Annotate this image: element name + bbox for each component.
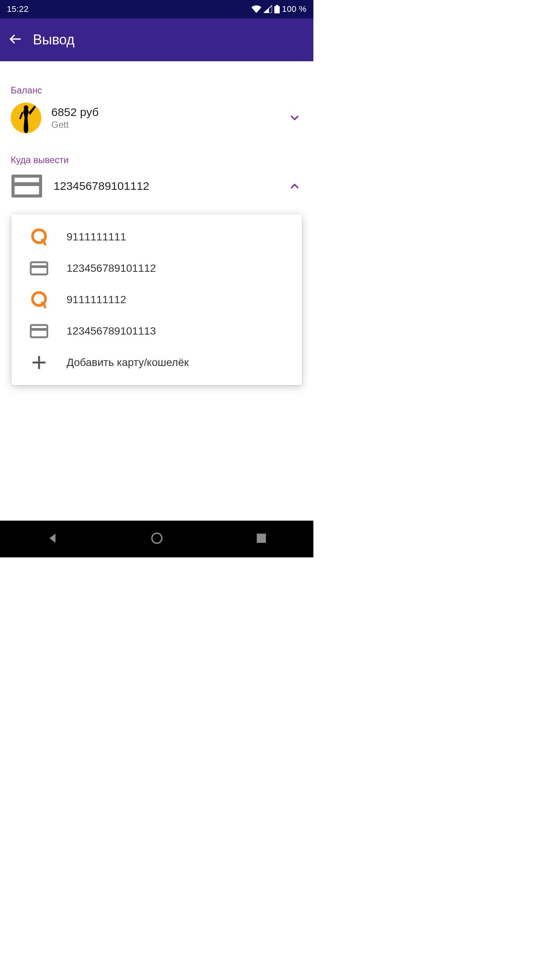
page-title: Вывод [33, 32, 75, 48]
destination-section-label: Куда вывести [11, 155, 303, 165]
svg-rect-12 [31, 262, 47, 274]
cell-signal-icon [264, 5, 272, 13]
destination-dropdown: 9111111111 123456789101112 9111111112 12… [11, 214, 302, 385]
dropdown-option-qiwi-1[interactable]: 9111111111 [11, 221, 302, 253]
svg-point-19 [152, 533, 162, 543]
qiwi-icon [30, 291, 48, 309]
dropdown-option-add[interactable]: Добавить карту/кошелёк [11, 347, 302, 378]
svg-rect-9 [11, 175, 15, 198]
dropdown-option-label: 9111111111 [67, 231, 126, 243]
destination-selected: 123456789101112 [54, 180, 276, 193]
svg-rect-15 [31, 325, 47, 337]
dropdown-option-card-1[interactable]: 123456789101112 [11, 253, 302, 284]
screen: 15:22 100 % Вывод Баланс [0, 0, 313, 557]
dropdown-option-label: 123456789101113 [67, 325, 156, 337]
plus-icon [30, 353, 48, 372]
back-button[interactable] [6, 31, 24, 49]
system-nav-bar [0, 521, 313, 557]
chevron-down-icon [287, 110, 303, 126]
balance-text: 6852 руб Gett [51, 106, 277, 130]
card-icon [30, 259, 48, 278]
status-icons: 100 % [251, 4, 306, 14]
dropdown-option-card-2[interactable]: 123456789101113 [11, 315, 302, 347]
card-icon [30, 322, 48, 340]
svg-rect-6 [11, 178, 42, 182]
nav-recent-button[interactable] [248, 526, 275, 552]
svg-rect-16 [31, 328, 47, 331]
square-recent-icon [256, 533, 267, 545]
circle-home-icon [150, 532, 163, 546]
qiwi-icon [30, 228, 48, 246]
balance-section-label: Баланс [11, 85, 303, 96]
app-bar: Вывод [0, 18, 313, 61]
battery-text: 100 % [282, 4, 306, 14]
svg-rect-13 [31, 265, 47, 268]
provider-avatar [11, 103, 41, 133]
wifi-icon [251, 5, 261, 13]
status-bar: 15:22 100 % [0, 0, 313, 18]
svg-rect-20 [257, 534, 266, 543]
svg-rect-10 [39, 175, 42, 198]
battery-icon [274, 5, 280, 13]
balance-selector[interactable]: 6852 руб Gett [11, 103, 303, 133]
svg-point-4 [24, 105, 28, 110]
svg-rect-1 [274, 6, 280, 13]
svg-rect-8 [11, 194, 42, 198]
destination-selector[interactable]: 123456789101112 [11, 174, 303, 198]
nav-back-button[interactable] [39, 526, 66, 552]
dropdown-option-qiwi-2[interactable]: 9111111112 [11, 284, 302, 315]
triangle-back-icon [46, 532, 59, 546]
dropdown-option-label: 123456789101112 [67, 262, 156, 274]
chevron-up-icon [287, 178, 303, 194]
status-time: 15:22 [7, 4, 29, 14]
svg-rect-0 [276, 5, 278, 6]
dropdown-option-label: Добавить карту/кошелёк [67, 356, 189, 369]
nav-home-button[interactable] [143, 526, 170, 552]
card-icon [11, 174, 43, 198]
dropdown-option-label: 9111111112 [67, 294, 126, 306]
arrow-left-icon [9, 33, 22, 47]
content: Баланс 6852 руб Gett Куда вывести [0, 61, 313, 521]
balance-amount: 6852 руб [51, 106, 277, 119]
balance-provider: Gett [51, 119, 277, 130]
